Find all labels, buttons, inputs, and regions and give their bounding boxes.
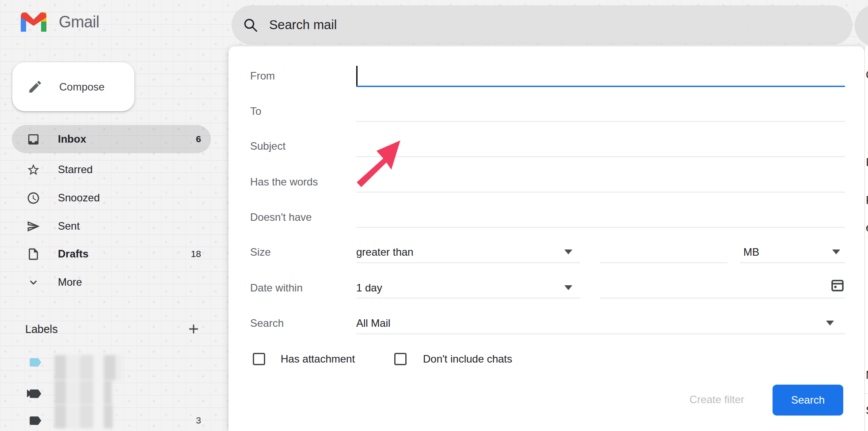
sidebar-item-label: Sent bbox=[58, 220, 80, 232]
to-input[interactable] bbox=[356, 121, 845, 122]
sidebar-item-sent[interactable]: Sent bbox=[12, 212, 211, 240]
gmail-logo: Gmail bbox=[21, 11, 131, 33]
annotation-arrow bbox=[356, 140, 402, 192]
inbox-icon bbox=[27, 132, 40, 146]
divider bbox=[865, 393, 868, 394]
avatar[interactable] bbox=[855, 4, 868, 47]
redacted-label-text bbox=[54, 355, 122, 380]
has-attachment-checkbox[interactable] bbox=[253, 353, 265, 365]
subject-label: Subject bbox=[250, 140, 286, 152]
advanced-search-panel: From To Subject Has the words Doesn't ha… bbox=[228, 46, 864, 431]
sidebar-item-inbox[interactable]: Inbox 6 bbox=[12, 125, 211, 153]
sidebar-item-label: Inbox bbox=[58, 133, 86, 145]
search-placeholder: Search mail bbox=[269, 18, 337, 32]
to-label: To bbox=[250, 105, 261, 117]
doesnt-have-label: Doesn't have bbox=[250, 211, 312, 223]
background-page-sliver: C I P e N S bbox=[864, 46, 868, 431]
sidebar-item-count: 6 bbox=[196, 134, 201, 144]
sidebar-item-label: Starred bbox=[58, 163, 93, 176]
date-within-label: Date within bbox=[250, 282, 303, 294]
size-operator-select[interactable]: greater than bbox=[356, 246, 413, 258]
search-scope-label: Search bbox=[250, 317, 284, 329]
gmail-m-icon bbox=[21, 12, 46, 32]
expand-triangle-icon[interactable] bbox=[27, 389, 32, 397]
date-range-select[interactable]: 1 day bbox=[356, 282, 382, 294]
label-count: 3 bbox=[196, 415, 201, 426]
date-input[interactable] bbox=[600, 298, 845, 299]
search-button[interactable]: Search bbox=[773, 385, 843, 416]
plus-icon[interactable] bbox=[186, 321, 201, 336]
size-label: Size bbox=[250, 246, 271, 258]
doesnt-have-input[interactable] bbox=[356, 227, 845, 228]
calendar-icon[interactable] bbox=[830, 278, 845, 293]
sidebar-item-label: Drafts bbox=[58, 248, 88, 260]
chevron-down-icon bbox=[27, 276, 40, 289]
search-scope-underline bbox=[356, 333, 845, 334]
labels-header: Labels bbox=[12, 315, 211, 343]
has-words-label: Has the words bbox=[250, 176, 318, 188]
sidebar-item-label: Snoozed bbox=[58, 192, 100, 204]
from-input[interactable] bbox=[356, 86, 845, 87]
gmail-wordmark: Gmail bbox=[59, 13, 99, 31]
dont-include-chats-checkbox[interactable] bbox=[394, 353, 407, 365]
search-scope-select[interactable]: All Mail bbox=[356, 317, 390, 329]
send-icon bbox=[27, 219, 40, 233]
sidebar-item-label: More bbox=[58, 276, 82, 288]
sidebar-item-snoozed[interactable]: Snoozed bbox=[12, 184, 211, 212]
size-value-input[interactable] bbox=[600, 262, 727, 263]
label-tag-icon bbox=[28, 355, 42, 370]
redacted-label-text bbox=[54, 380, 112, 405]
search-bar[interactable]: Search mail bbox=[232, 5, 853, 45]
compose-button[interactable]: Compose bbox=[12, 62, 134, 111]
dropdown-arrow-icon[interactable] bbox=[832, 250, 840, 254]
redacted-label-text bbox=[54, 405, 113, 428]
from-label: From bbox=[250, 70, 275, 82]
sidebar-item-starred[interactable]: Starred bbox=[12, 155, 211, 184]
dropdown-arrow-icon[interactable] bbox=[564, 250, 572, 254]
star-icon bbox=[27, 163, 40, 177]
labels-title: Labels bbox=[25, 323, 58, 336]
search-icon bbox=[243, 17, 259, 33]
pencil-icon bbox=[27, 79, 43, 95]
gmail-window: Gmail Search mail Compose Inbox 6 Starre… bbox=[0, 0, 868, 431]
has-words-input[interactable] bbox=[356, 192, 845, 193]
sidebar-item-count: 18 bbox=[191, 249, 201, 259]
create-filter-button[interactable]: Create filter bbox=[676, 393, 758, 408]
dont-include-chats-label[interactable]: Don't include chats bbox=[423, 353, 512, 365]
date-range-underline bbox=[356, 298, 580, 299]
size-unit-underline bbox=[740, 262, 845, 263]
clock-icon bbox=[27, 191, 40, 205]
dropdown-arrow-icon[interactable] bbox=[564, 285, 572, 290]
draft-icon bbox=[27, 247, 40, 261]
dropdown-arrow-icon[interactable] bbox=[826, 321, 834, 325]
sidebar-item-drafts[interactable]: Drafts 18 bbox=[12, 240, 211, 268]
compose-label: Compose bbox=[59, 81, 105, 93]
annotation-arrow-shape bbox=[357, 140, 400, 187]
sidebar-item-more[interactable]: More bbox=[12, 268, 211, 296]
text-cursor bbox=[356, 66, 358, 87]
has-attachment-label[interactable]: Has attachment bbox=[281, 353, 355, 365]
size-operator-underline bbox=[356, 262, 580, 263]
label-tag-icon bbox=[28, 413, 42, 428]
subject-input[interactable] bbox=[356, 156, 845, 157]
size-unit-select[interactable]: MB bbox=[743, 246, 759, 258]
